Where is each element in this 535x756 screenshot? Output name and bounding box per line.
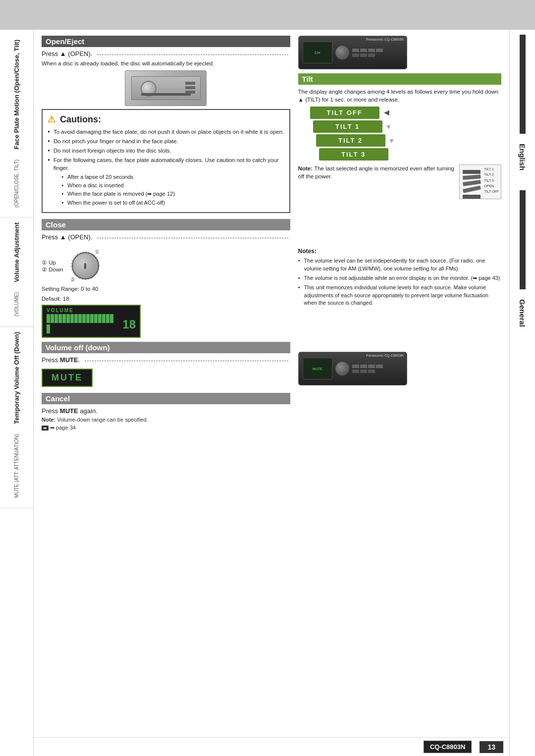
volume-knob-area: ① Up ② Down ① ②: [42, 250, 290, 282]
tilt-level-0: TILT OFF ◄: [298, 107, 501, 119]
dashed-line-3: [85, 361, 288, 361]
open-device-image: [125, 70, 207, 106]
cancel-note-text: Volume-down range can be specified.: [57, 417, 148, 423]
tilt-spacer: [298, 219, 501, 243]
tilt-off-box: TILT OFF: [310, 107, 379, 119]
caution-item-4: For the following cases, the face plate …: [48, 156, 284, 207]
panasonic-label-2: Panasonic CQ-C8803N: [366, 354, 403, 357]
tilt-note-label: Note:: [298, 165, 315, 171]
left-section-faceplate: Face Plate Motion (Open/Close, Tilt) (OP…: [0, 35, 33, 217]
close-instruction: Press ▲ (OPEN).: [42, 233, 92, 241]
vol-bar-segment: [58, 314, 62, 323]
general-bar: [520, 190, 526, 289]
radio-btn-b: [376, 365, 383, 368]
caution-sub-2: When a disc is inserted: [61, 182, 284, 189]
radio-screen-text: CH: [315, 51, 321, 55]
radio-btn-b: [368, 365, 375, 368]
cancel-note: Note: Volume-down range can be specified…: [42, 417, 290, 423]
arrow-icon: ➡: [42, 426, 49, 431]
tilt-1-box: TILT 1: [313, 120, 382, 133]
svg-rect-4: [463, 195, 481, 199]
left-sublabel-volume: (VOLUME): [14, 292, 19, 317]
radio-buttons-row2-b: [352, 370, 403, 373]
radio-btn: [360, 49, 367, 52]
tilt-svg: [461, 166, 488, 199]
english-bar: [520, 35, 526, 134]
volume-default: Default: 18: [42, 295, 290, 303]
volume-section: ① Up ② Down ① ②: [42, 247, 501, 338]
left-sublabel-faceplate: (OPEN/CLOSE, TILT): [14, 160, 19, 208]
tilt-level-1: TILT 1 ▼: [298, 120, 501, 133]
disc-slot: [141, 93, 191, 96]
cautions-box: ⚠ Cautions: To avoid damaging the face p…: [42, 109, 290, 213]
volume-knob-container: ① ②: [69, 250, 102, 282]
page-number: 13: [480, 741, 503, 753]
tilt-level-2: TILT 2 ▼: [298, 134, 501, 147]
radio-buttons-row: [352, 49, 403, 52]
radio-tuner-knob: [335, 46, 349, 59]
cancel-footnote: ➡ ➡ page 34: [42, 425, 290, 431]
model-badge: CQ-C8803N: [424, 741, 472, 753]
tilt-small-diagram: TILT 1 TILT 2 TILT 3 OPEN TILT OFF: [459, 164, 501, 199]
volume-off-header: Volume off (down): [42, 342, 290, 353]
caution-sub-3: When the face plate is removed (➡ page 1…: [61, 190, 284, 198]
volume-display-label: VOLUME: [47, 308, 136, 313]
knob-up-arrow: ①: [95, 249, 100, 255]
main-content: Open/Eject Press ▲ (OPEN). When a disc i…: [34, 30, 509, 756]
knob-down-arrow: ②: [70, 276, 75, 283]
page-footer: CQ-C8803N 13: [34, 737, 509, 756]
cautions-list: To avoid damaging the face plate, do not…: [48, 128, 284, 207]
volume-off-right: MUTE: [298, 342, 501, 431]
radio-btn-b: [368, 370, 375, 373]
left-sublabel-mute: MUTE (ATT: ATTENUATION): [14, 434, 19, 498]
open-eject-press-line: Press ▲ (OPEN).: [42, 50, 290, 59]
caution-sub-1: After a lapse of 20 seconds: [61, 173, 284, 181]
radio-btn-b: [360, 365, 367, 368]
radio-btn: [352, 49, 359, 52]
radio-buttons-row-b: [352, 365, 403, 368]
radio-btn-b: [360, 370, 367, 373]
vol-bar-segment: [90, 314, 94, 323]
vol-bar-segment: [62, 314, 66, 323]
tilt-level-3: TILT 3: [298, 148, 501, 161]
notes-label: Notes:: [298, 247, 501, 256]
radio-btn-b: [352, 370, 359, 373]
radio-btn-b: [352, 365, 359, 368]
radio-screen: CH: [303, 42, 332, 63]
mute-instruction: Press MUTE.: [42, 356, 80, 364]
top-sections: Open/Eject Press ▲ (OPEN). When a disc i…: [42, 36, 501, 215]
vol-bar-segment: [102, 314, 106, 323]
vol-bar-segment: [54, 314, 58, 323]
vol-bar-segment: [74, 314, 78, 323]
vol-bar-segment: [47, 314, 50, 323]
volume-number: 18: [122, 318, 136, 331]
caution-item-3: Do not insert foreign objects into the d…: [48, 147, 284, 155]
panasonic-label: Panasonic CQ-C8803N: [366, 38, 403, 41]
tilt-note: Note: The last selected angle is memoriz…: [298, 164, 454, 180]
device-face: [131, 76, 201, 100]
cancel-header: Cancel: [42, 393, 290, 404]
left-label-mute: Temporary Volume Off (Down): [13, 332, 20, 424]
left-label-volume: Volume Adjustment: [13, 222, 20, 282]
close-section: Close Press ▲ (OPEN).: [42, 219, 290, 243]
vol-bar-segment: [98, 314, 102, 323]
vol-bar-segment: [82, 314, 86, 323]
radio-btn: [376, 49, 383, 52]
caution-item-1: To avoid damaging the face plate, do not…: [48, 128, 284, 136]
radio-buttons-row2: [352, 54, 403, 57]
cancel-section: Cancel Press MUTE again. Note: Volume-do…: [42, 393, 290, 431]
top-bar: [0, 0, 535, 30]
tilt-diagram: TILT OFF ◄ TILT 1 ▼ TILT: [298, 107, 501, 161]
device-buttons: [185, 82, 195, 94]
open-eject-body: When a disc is already loaded, the disc …: [42, 59, 290, 67]
close-press-line: Press ▲ (OPEN).: [42, 233, 290, 243]
vol-bar-segment: [70, 314, 74, 323]
radio-screen-text-2: MUTE: [313, 367, 322, 371]
dashed-line-2: [97, 238, 288, 238]
volume-right: Notes: The volume level can be set indep…: [298, 247, 501, 338]
vol-bar-segment: [51, 314, 54, 323]
close-header: Close: [42, 219, 290, 230]
tilt-section: CH: [298, 36, 501, 215]
mute-text: MUTE: [52, 373, 83, 382]
tilt-header: Tilt: [298, 73, 501, 85]
